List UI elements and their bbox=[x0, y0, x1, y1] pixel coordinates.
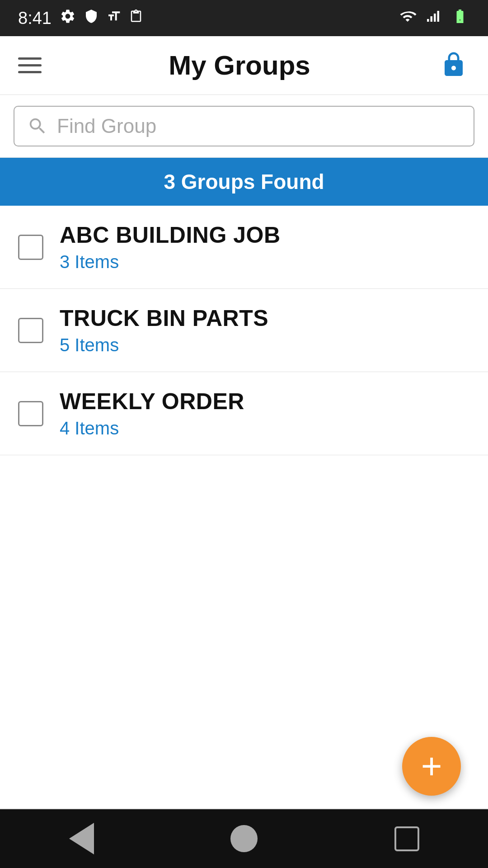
results-banner: 3 Groups Found bbox=[0, 158, 488, 206]
svg-rect-0 bbox=[457, 13, 463, 20]
group-info-3: WEEKLY ORDER 4 Items bbox=[60, 388, 244, 439]
lock-icon bbox=[440, 51, 467, 80]
group-checkbox-3[interactable] bbox=[18, 401, 43, 426]
results-count: 3 Groups Found bbox=[164, 170, 324, 193]
status-left: 8:41 bbox=[18, 8, 143, 28]
search-container bbox=[0, 95, 488, 158]
group-count-3: 4 Items bbox=[60, 418, 244, 439]
font-icon bbox=[107, 8, 121, 28]
menu-line-3 bbox=[18, 71, 42, 73]
add-group-button[interactable]: + bbox=[402, 737, 461, 796]
settings-icon bbox=[60, 8, 76, 28]
shield-icon bbox=[84, 8, 99, 28]
menu-line-1 bbox=[18, 57, 42, 60]
group-item-1[interactable]: ABC BUILDING JOB 3 Items bbox=[0, 206, 488, 289]
group-name-2: TRUCK BIN PARTS bbox=[60, 305, 268, 331]
main-content: My Groups 3 Groups Found ABC BUILDING J bbox=[0, 36, 488, 809]
page-title: My Groups bbox=[169, 50, 310, 81]
wifi-icon bbox=[398, 8, 418, 28]
menu-button[interactable] bbox=[18, 57, 42, 73]
recent-button[interactable] bbox=[389, 821, 425, 857]
group-info-2: TRUCK BIN PARTS 5 Items bbox=[60, 305, 268, 355]
groups-list: ABC BUILDING JOB 3 Items TRUCK BIN PARTS… bbox=[0, 206, 488, 455]
battery-icon bbox=[450, 8, 470, 28]
search-box bbox=[14, 106, 474, 146]
add-icon: + bbox=[421, 748, 442, 784]
status-time: 8:41 bbox=[18, 9, 52, 28]
group-count-2: 5 Items bbox=[60, 335, 268, 355]
group-info-1: ABC BUILDING JOB 3 Items bbox=[60, 222, 281, 272]
signal-icon bbox=[426, 8, 442, 28]
search-input[interactable] bbox=[57, 115, 461, 137]
status-bar: 8:41 bbox=[0, 0, 488, 36]
group-name-3: WEEKLY ORDER bbox=[60, 388, 244, 415]
home-button[interactable] bbox=[226, 821, 262, 857]
group-count-1: 3 Items bbox=[60, 252, 281, 272]
search-icon bbox=[27, 116, 48, 137]
app-header: My Groups bbox=[0, 36, 488, 95]
home-icon bbox=[230, 825, 258, 852]
lock-button[interactable] bbox=[437, 49, 470, 82]
group-name-1: ABC BUILDING JOB bbox=[60, 222, 281, 248]
group-checkbox-1[interactable] bbox=[18, 235, 43, 260]
status-right bbox=[398, 8, 470, 28]
menu-line-2 bbox=[18, 64, 42, 66]
recent-icon bbox=[394, 826, 419, 851]
group-item-2[interactable]: TRUCK BIN PARTS 5 Items bbox=[0, 289, 488, 372]
back-icon bbox=[69, 823, 94, 854]
bottom-nav bbox=[0, 809, 488, 868]
back-button[interactable] bbox=[63, 821, 99, 857]
group-checkbox-2[interactable] bbox=[18, 318, 43, 343]
group-item-3[interactable]: WEEKLY ORDER 4 Items bbox=[0, 372, 488, 455]
clipboard-icon bbox=[129, 8, 143, 28]
